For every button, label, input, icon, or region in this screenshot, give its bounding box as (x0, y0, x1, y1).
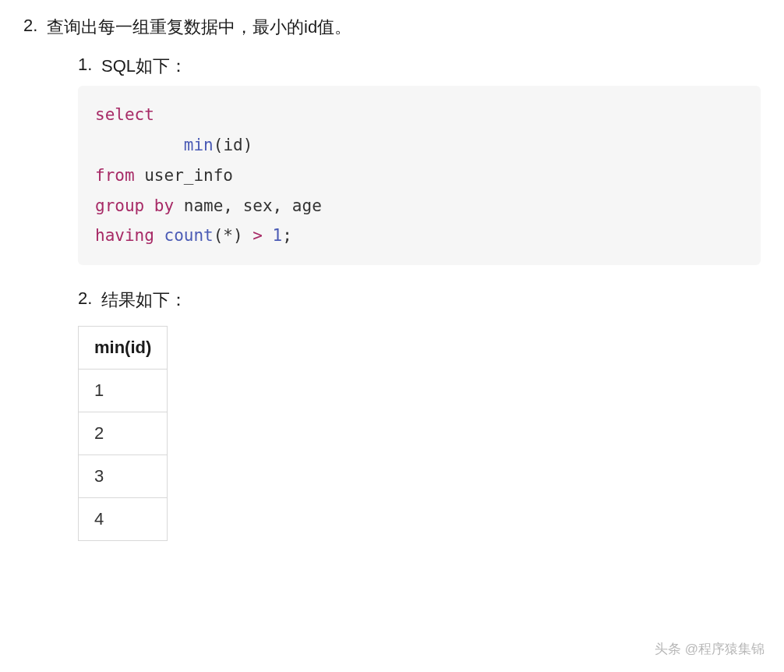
space (263, 226, 273, 245)
function-count: count (154, 226, 214, 245)
group-cols: name, sex, age (174, 196, 322, 215)
outer-marker: 2. (23, 16, 47, 39)
inner-text-1: SQL如下： (101, 55, 761, 78)
sql-code-block: select min(id) from user_info group by n… (78, 86, 761, 265)
keyword-select: select (95, 105, 154, 124)
literal-one: 1 (273, 226, 283, 245)
table-row: 3 (79, 455, 168, 498)
table-row: 2 (79, 412, 168, 455)
table-row: 1 (79, 370, 168, 412)
count-arg: (*) (214, 226, 253, 245)
table-name: user_info (135, 166, 233, 185)
inner-item-2: 2. 结果如下： (78, 288, 761, 312)
semicolon: ; (282, 226, 292, 245)
inner-marker-1: 1. (78, 55, 101, 78)
inner-item-1: 1. SQL如下： (78, 55, 761, 78)
result-table: min(id) 1 2 3 4 (78, 326, 168, 541)
list-item-outer: 2. 查询出每一组重复数据中，最小的id值。 (23, 16, 761, 39)
keyword-by: by (144, 196, 174, 215)
table-cell: 4 (79, 498, 168, 541)
table-cell: 1 (79, 370, 168, 412)
inner-text-2: 结果如下： (101, 288, 761, 312)
operator-gt: > (253, 226, 263, 245)
table-header-row: min(id) (79, 327, 168, 370)
table-header-cell: min(id) (79, 327, 168, 370)
keyword-from: from (95, 166, 135, 185)
inner-list: 1. SQL如下： select min(id) from user_info … (78, 55, 761, 541)
watermark: 头条 @程序猿集锦 (655, 640, 765, 658)
keyword-group: group (95, 196, 144, 215)
id-arg: (id) (214, 136, 253, 154)
inner-marker-2: 2. (78, 288, 101, 312)
table-cell: 2 (79, 412, 168, 455)
table-row: 4 (79, 498, 168, 541)
outer-text: 查询出每一组重复数据中，最小的id值。 (47, 16, 761, 39)
table-cell: 3 (79, 455, 168, 498)
function-min: min (184, 136, 214, 154)
keyword-having: having (95, 226, 154, 245)
